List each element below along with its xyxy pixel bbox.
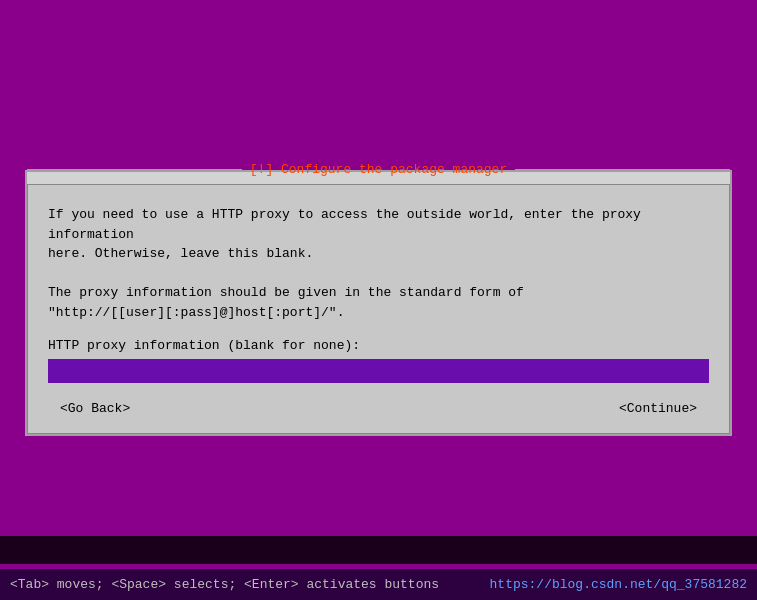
bottom-bar: <Tab> moves; <Space> selects; <Enter> ac… [0, 569, 757, 600]
desc-line1: If you need to use a HTTP proxy to acces… [48, 207, 641, 242]
continue-button[interactable]: <Continue> [611, 399, 705, 418]
go-back-button[interactable]: <Go Back> [52, 399, 138, 418]
title-line-right [515, 169, 730, 171]
title-bar: [!] Configure the package manager [27, 162, 730, 177]
desc-line5: "http://[[user][:pass]@]host[:port]/". [48, 305, 344, 320]
bottom-hint: <Tab> moves; <Space> selects; <Enter> ac… [10, 577, 439, 592]
bottom-url: https://blog.csdn.net/qq_37581282 [490, 577, 747, 592]
dialog-content: If you need to use a HTTP proxy to acces… [48, 205, 709, 418]
desc-line4: The proxy information should be given in… [48, 285, 524, 300]
button-row: <Go Back> <Continue> [48, 399, 709, 418]
desc-line2: here. Otherwise, leave this blank. [48, 246, 313, 261]
dialog-container: [!] Configure the package manager If you… [25, 170, 732, 436]
screen: [!] Configure the package manager If you… [0, 0, 757, 600]
input-label: HTTP proxy information (blank for none): [48, 338, 709, 353]
dialog-title: [!] Configure the package manager [246, 162, 511, 177]
dark-band [0, 536, 757, 564]
title-line-left [27, 169, 242, 171]
dialog-inner: If you need to use a HTTP proxy to acces… [27, 184, 730, 434]
proxy-input[interactable] [48, 359, 709, 383]
description-text: If you need to use a HTTP proxy to acces… [48, 205, 709, 322]
